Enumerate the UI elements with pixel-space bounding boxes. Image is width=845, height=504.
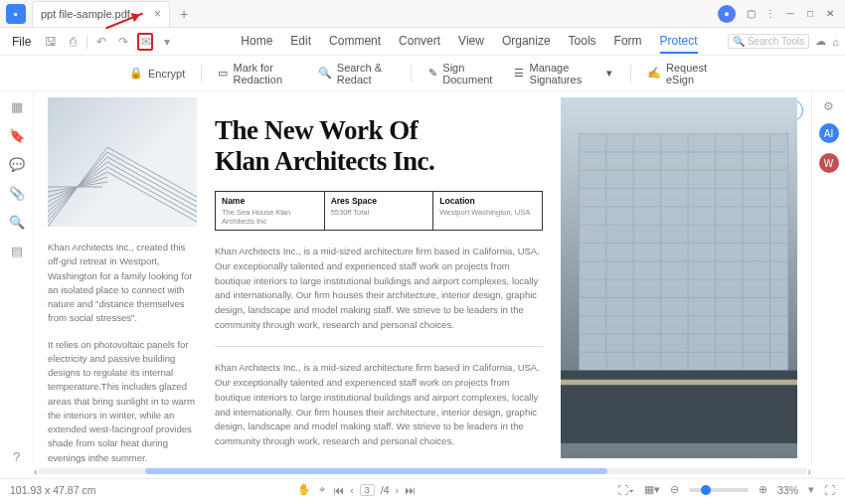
more-icon[interactable]: ⋮ [761, 5, 779, 23]
word-chip-icon[interactable]: W [819, 153, 839, 173]
attachments-icon[interactable]: 📎 [9, 186, 25, 201]
search-redact-button[interactable]: 🔍Search & Redact [318, 62, 395, 85]
settings-icon[interactable]: ⚙ [823, 99, 834, 113]
tab-convert[interactable]: Convert [399, 30, 440, 54]
tab-comment[interactable]: Comment [329, 30, 381, 54]
chevron-down-icon: ▾ [604, 67, 614, 81]
left-paragraph-2: It relies on photovoltaic panels for ele… [48, 338, 197, 465]
esign-icon: ✍ [647, 67, 661, 81]
td-name: The Sea House Klan Architects Inc [222, 208, 318, 226]
print-icon[interactable]: ⎙ [65, 35, 81, 49]
zoom-dropdown-icon[interactable]: ▾ [808, 483, 814, 496]
last-page-icon[interactable]: ⏭ [405, 484, 416, 496]
left-sidebar: ▦ 🔖 💬 📎 🔍 ▤ ? [0, 91, 34, 464]
main-area: ▦ 🔖 💬 📎 🔍 ▤ ? ⇪ Khan Architects Inc., cr… [0, 91, 845, 464]
help-icon[interactable]: ? [13, 449, 20, 464]
divider [215, 346, 543, 347]
document-tab[interactable]: ppt file-sample.pdf × [32, 1, 170, 27]
signatures-icon: ☰ [514, 67, 524, 81]
zoom-knob[interactable] [701, 485, 711, 495]
hand-tool-icon[interactable]: ✋ [297, 483, 311, 496]
first-page-icon[interactable]: ⏮ [333, 484, 344, 496]
page-dimensions: 101.93 x 47.87 cm [10, 484, 95, 496]
fullscreen-icon[interactable]: ⛶ [824, 484, 835, 496]
close-tab-icon[interactable]: × [154, 7, 161, 21]
zoom-slider[interactable] [689, 488, 749, 492]
comments-icon[interactable]: 💬 [9, 157, 25, 172]
minimize-button[interactable]: ─ [781, 5, 799, 23]
prev-page-icon[interactable]: ‹ [350, 484, 354, 496]
email-icon[interactable]: ✉ [137, 33, 153, 51]
right-sidebar: ⚙ AI W [811, 91, 845, 464]
encrypt-label: Encrypt [148, 68, 185, 80]
share-icon[interactable]: ▢ [742, 5, 760, 23]
user-avatar-icon[interactable]: ● [718, 5, 736, 23]
scroll-track[interactable] [38, 468, 808, 474]
mark-redaction-button[interactable]: ▭Mark for Redaction [218, 62, 302, 85]
zoom-in-icon[interactable]: ⊕ [759, 483, 767, 496]
sign-document-button[interactable]: ✎Sign Document [427, 62, 498, 85]
manage-signatures-label: Manage Signatures [530, 62, 599, 85]
page-number-input[interactable]: 3 [360, 484, 375, 496]
tab-edit[interactable]: Edit [290, 30, 311, 54]
file-menu[interactable]: File [6, 35, 37, 49]
bookmarks-icon[interactable]: 🔖 [9, 128, 25, 143]
cloud-icon[interactable]: ☁ [815, 35, 826, 48]
home-icon[interactable]: ⌂ [832, 36, 839, 48]
new-tab-button[interactable]: + [180, 6, 188, 22]
document-canvas[interactable]: ⇪ Khan Architects Inc., created this off… [34, 91, 811, 464]
fit-width-icon[interactable]: ⛶▾ [617, 484, 634, 496]
redact-icon: ▭ [218, 67, 228, 81]
titlebar: ▪ ppt file-sample.pdf × + ● ▢ ⋮ ─ □ ✕ [0, 0, 845, 28]
encrypt-button[interactable]: 🔒Encrypt [129, 67, 185, 81]
document-title: The New Work Of Klan Architects Inc. [215, 115, 543, 177]
search-panel-icon[interactable]: 🔍 [9, 215, 25, 230]
protect-toolbar: 🔒Encrypt ▭Mark for Redaction 🔍Search & R… [0, 56, 845, 91]
title-line-1: The New Work Of [215, 115, 418, 145]
th-name: Name [222, 196, 318, 206]
separator [201, 65, 202, 83]
search-tools-input[interactable]: 🔍 Search Tools [728, 34, 809, 49]
maximize-button[interactable]: □ [801, 5, 819, 23]
statusbar: 101.93 x 47.87 cm ✋ ⌖ ⏮ ‹ 3 /4 › ⏭ ⛶▾ ▦▾… [0, 478, 845, 500]
ai-chip-icon[interactable]: AI [819, 123, 839, 143]
zoom-out-icon[interactable]: ⊖ [670, 483, 679, 496]
tab-form[interactable]: Form [614, 30, 642, 54]
dropdown-icon[interactable]: ▾ [159, 35, 175, 49]
title-line-2: Klan Architects Inc. [215, 146, 434, 176]
single-page-icon[interactable]: ▦▾ [644, 483, 660, 496]
tab-organize[interactable]: Organize [502, 30, 551, 54]
page: Khan Architects Inc., created this off-g… [48, 97, 797, 458]
architecture-image-1 [48, 97, 197, 227]
middle-column: The New Work Of Klan Architects Inc. Nam… [215, 97, 543, 458]
mid-paragraph-2: Khan Architects Inc., is a mid-sized arc… [215, 361, 543, 448]
scroll-right-icon[interactable]: › [807, 465, 811, 477]
scroll-thumb[interactable] [145, 468, 607, 474]
request-esign-button[interactable]: ✍Request eSign [647, 62, 716, 85]
next-page-icon[interactable]: › [396, 484, 400, 496]
thumbnails-icon[interactable]: ▦ [11, 99, 23, 114]
undo-icon[interactable]: ↶ [93, 35, 109, 49]
menubar: File 🖫 ⎙ ↶ ↷ ✉ ▾ Home Edit Comment Conve… [0, 28, 845, 56]
manage-signatures-button[interactable]: ☰Manage Signatures▾ [514, 62, 614, 85]
fields-icon[interactable]: ▤ [11, 244, 23, 258]
tab-tools[interactable]: Tools [569, 30, 596, 54]
select-tool-icon[interactable]: ⌖ [319, 483, 325, 496]
sign-document-label: Sign Document [442, 62, 498, 85]
mark-redaction-label: Mark for Redaction [233, 62, 301, 85]
horizontal-scrollbar[interactable]: ‹ › [0, 464, 845, 478]
close-window-button[interactable]: ✕ [821, 5, 839, 23]
tab-home[interactable]: Home [241, 30, 272, 54]
td-space: 5530ff Total [331, 208, 427, 217]
zoom-value: 33% [777, 484, 798, 496]
separator [411, 65, 412, 83]
lock-icon: 🔒 [129, 67, 143, 81]
save-icon[interactable]: 🖫 [43, 35, 59, 49]
tab-protect[interactable]: Protect [660, 30, 698, 54]
tab-view[interactable]: View [458, 30, 484, 54]
mid-paragraph-1: Khan Architects Inc., is a mid-sized arc… [215, 245, 543, 332]
left-column: Khan Architects Inc., created this off-g… [48, 97, 197, 458]
left-paragraph-1: Khan Architects Inc., created this off-g… [48, 241, 197, 326]
search-redact-icon: 🔍 [318, 67, 332, 81]
redo-icon[interactable]: ↷ [115, 35, 131, 49]
